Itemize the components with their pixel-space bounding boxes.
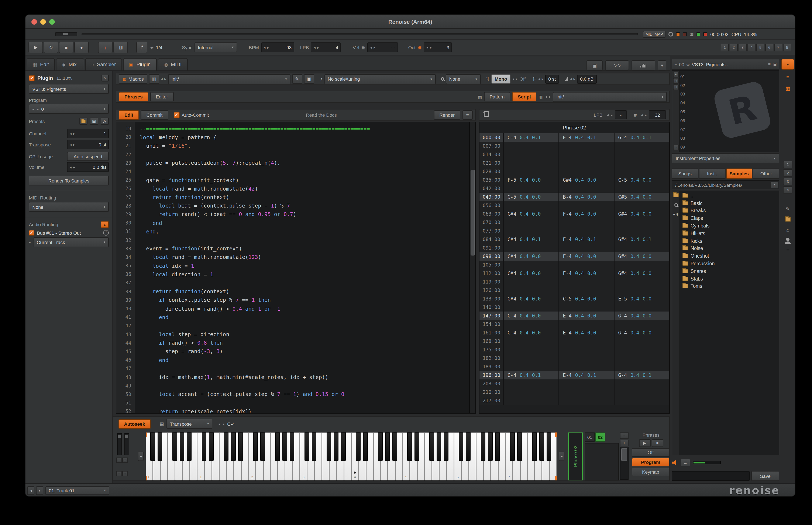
code-line[interactable]: 36 local direction = 1: [116, 270, 469, 279]
oct-right-stepper[interactable]: ▸: [430, 45, 432, 49]
black-key[interactable]: [187, 433, 192, 461]
step-right-stepper[interactable]: ▸: [152, 45, 154, 49]
external-keyboard-button[interactable]: ▥: [149, 74, 159, 84]
folder-row[interactable]: Cymbals: [680, 222, 779, 230]
preset-folder-button[interactable]: [79, 118, 88, 125]
phrase-row[interactable]: 056:00: [479, 201, 669, 210]
black-key[interactable]: [202, 433, 206, 461]
read-the-docs-link[interactable]: Read the Docs: [306, 112, 337, 117]
phrase-note-cell[interactable]: [559, 159, 614, 167]
folder-row[interactable]: Percussion: [680, 260, 779, 267]
glide-right-stepper[interactable]: ▸: [516, 77, 518, 81]
phrase-note-cell[interactable]: [503, 303, 559, 312]
code-line[interactable]: 39 if context.pulse_step % 7 == 1 then: [116, 296, 469, 304]
phrase-note-cell[interactable]: [614, 218, 669, 227]
script-code-editor[interactable]: 19--====================================…: [116, 122, 476, 414]
instrument-slot-number[interactable]: 05: [680, 107, 685, 116]
mini-slider-1-thumb[interactable]: [118, 435, 121, 438]
black-key[interactable]: [437, 433, 441, 461]
velocity-control[interactable]: ◂ ▸ - -: [367, 42, 398, 52]
phrase-note-cell[interactable]: C#40.40.0: [503, 210, 559, 218]
slot-view-button-1[interactable]: □: [673, 78, 678, 84]
phrase-row[interactable]: 000:00C-40.40.1E-40.40.1G-40.40.1: [479, 133, 669, 142]
phrase-note-cell[interactable]: [559, 167, 614, 176]
close-window-button[interactable]: [31, 19, 37, 25]
folder-row[interactable]: HiHats: [680, 230, 779, 237]
phrase-row[interactable]: 042:00: [479, 184, 669, 193]
phrase-lpb-value-box[interactable]: -: [615, 110, 627, 119]
phrase-note-cell[interactable]: [559, 345, 614, 354]
phrase-length-right-stepper[interactable]: ▸: [645, 113, 647, 117]
phrase-note-cell[interactable]: C-40.40.0: [503, 312, 559, 320]
grid-view-button[interactable]: ▦: [781, 84, 794, 93]
code-line[interactable]: 52 return note(scale_notes[idx]): [116, 407, 469, 414]
phrase-lpb-right-stepper[interactable]: ▸: [611, 113, 613, 117]
phrase-note-cell[interactable]: [559, 396, 614, 405]
instrument-slot-row[interactable]: − 00 ∞ VST3: Pigments .. ≡ ▣: [672, 59, 779, 70]
expander-icon[interactable]: ▸: [29, 240, 31, 244]
search-icon[interactable]: [674, 203, 678, 207]
play-button[interactable]: ▶: [28, 42, 43, 53]
pitch-left-stepper[interactable]: ◂: [538, 77, 540, 81]
show-instrument-editor-button[interactable]: ▸: [781, 59, 794, 70]
phrase-note-cell[interactable]: [614, 159, 669, 167]
black-key[interactable]: [326, 433, 331, 461]
phrase-note-cell[interactable]: C-40.40.1: [503, 371, 559, 379]
home-button[interactable]: ⌂: [781, 226, 794, 234]
black-key[interactable]: [224, 433, 228, 461]
phrase-row[interactable]: 175:00: [479, 345, 669, 354]
add-instrument-button[interactable]: +: [673, 72, 678, 77]
copy-icon[interactable]: [483, 112, 487, 117]
black-key[interactable]: [517, 433, 522, 461]
plugin-close-button[interactable]: ×: [102, 75, 109, 81]
keyboard-scroll-right-button[interactable]: ▸: [559, 452, 564, 461]
pitch-value-box[interactable]: 0 st: [545, 74, 559, 84]
code-line[interactable]: 50 local accent = (context.pulse_step % …: [116, 390, 469, 399]
code-line[interactable]: 48 idx = math.max(1, math.min(#scale_not…: [116, 373, 469, 381]
matrix-slot-button[interactable]: 8: [783, 44, 791, 51]
phrase-note-cell[interactable]: E-50.40.0: [614, 295, 669, 303]
current-track-select[interactable]: 01: Track 01 ▾: [45, 486, 109, 495]
phrase-row[interactable]: 210:00: [479, 388, 669, 396]
decrement-button[interactable]: −: [116, 471, 122, 476]
phrase-note-cell[interactable]: [559, 354, 614, 362]
render-button[interactable]: Render: [434, 110, 460, 119]
instrument-slot-number[interactable]: 01: [680, 72, 685, 81]
code-line[interactable]: 34 local rand = math.randomstate(123): [116, 253, 469, 261]
midi-routing-select[interactable]: None ▾: [29, 202, 109, 212]
mini-slider-1[interactable]: [117, 433, 122, 455]
phrase-note-cell[interactable]: E-40.40.0: [559, 312, 614, 320]
black-key[interactable]: [510, 433, 515, 461]
phrase-note-cell[interactable]: [614, 354, 669, 362]
phrase-note-cell[interactable]: B-40.40.0: [559, 193, 614, 201]
preset-save-button[interactable]: ▣: [90, 118, 98, 125]
code-line[interactable]: 29 return rand() < (beat == 0 and 0.95 o…: [116, 210, 469, 219]
instrument-slot-number[interactable]: 02: [680, 81, 685, 90]
phrase-note-cell[interactable]: G-40.40.0: [614, 312, 669, 320]
matrix-slot-button[interactable]: 1: [721, 44, 729, 51]
list-view-button[interactable]: ≡: [781, 246, 794, 254]
code-line[interactable]: 19--====================================…: [116, 124, 469, 133]
bus-enable-checkbox[interactable]: ✓: [29, 230, 34, 236]
lpb-left-stepper[interactable]: ◂: [314, 45, 315, 49]
routing-track-select[interactable]: Current Track ▾: [33, 237, 109, 247]
instrument-slot-number[interactable]: 06: [680, 116, 685, 125]
volume-control[interactable]: ◂ ▸ 0.0 dB: [67, 162, 109, 172]
phrase-note-cell[interactable]: C#40.40.0: [503, 252, 559, 260]
phrase-length-left-stepper[interactable]: ◂: [641, 113, 643, 117]
black-key[interactable]: [172, 433, 177, 461]
scrub-slider[interactable]: [55, 32, 77, 36]
phrase-note-cell[interactable]: [614, 345, 669, 354]
scale-select[interactable]: No scale/tuning ▾: [324, 74, 435, 84]
matrix-slot-button[interactable]: 2: [729, 44, 738, 51]
instrument-slot-number[interactable]: 03: [680, 90, 685, 99]
phrase-note-cell[interactable]: [614, 278, 669, 286]
basenote-right-stepper[interactable]: ▸: [223, 422, 225, 426]
phrase-note-cell[interactable]: C#40.40.1: [503, 235, 559, 244]
phrase-note-cell[interactable]: [503, 150, 559, 159]
code-scrollbar-thumb[interactable]: [471, 170, 475, 255]
tab-sampler[interactable]: ≈Sampler: [85, 58, 122, 71]
phrase-row[interactable]: 196:00C-40.40.1E-40.40.1G-40.40.1: [479, 371, 669, 379]
phrase-note-cell[interactable]: F-40.40.0: [559, 210, 614, 218]
black-key[interactable]: [540, 433, 544, 461]
